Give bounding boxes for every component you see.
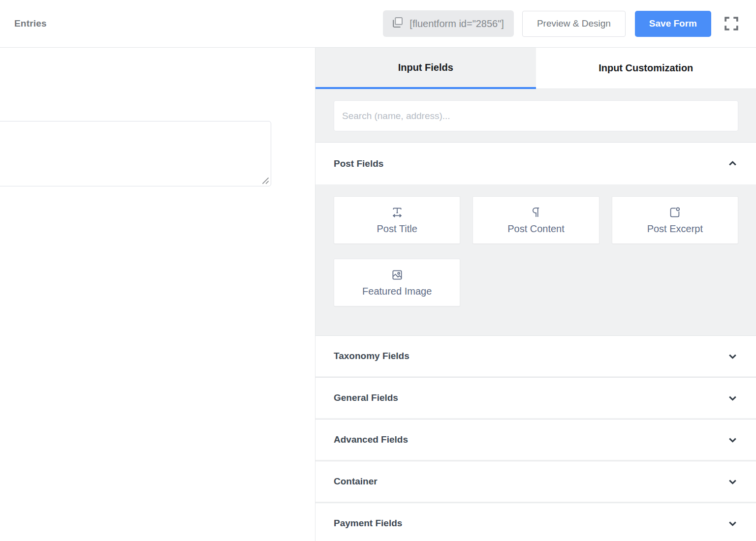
text-width-icon: [390, 206, 404, 219]
textarea-field[interactable]: [0, 121, 271, 186]
shortcode-copy-button[interactable]: [fluentform id="2856"]: [383, 10, 514, 37]
field-button-label: Featured Image: [362, 286, 432, 297]
save-form-button[interactable]: Save Form: [635, 11, 711, 37]
field-button-label: Post Excerpt: [647, 223, 703, 235]
fullscreen-icon[interactable]: [722, 14, 741, 33]
section-title: Advanced Fields: [334, 434, 408, 445]
section-header-advanced-fields[interactable]: Advanced Fields: [315, 419, 756, 460]
form-canvas: [0, 48, 315, 541]
chevron-down-icon: [727, 392, 738, 404]
field-button-post-title[interactable]: Post Title: [334, 196, 460, 244]
field-button-label: Post Title: [377, 223, 417, 235]
field-button-label: Post Content: [507, 223, 565, 235]
editor-sidebar: Input Fields Input Customization Post Fi…: [315, 48, 756, 541]
field-grid: Post Title Post Content: [334, 196, 738, 306]
chevron-down-icon: [727, 518, 738, 529]
section-header-payment-fields[interactable]: Payment Fields: [315, 503, 756, 541]
search-area: [315, 89, 756, 142]
section-header-post-fields[interactable]: Post Fields: [315, 142, 756, 184]
field-button-featured-image[interactable]: Featured Image: [334, 259, 460, 306]
section-title: Payment Fields: [334, 518, 402, 529]
field-button-post-content[interactable]: Post Content: [472, 196, 599, 244]
preview-design-button[interactable]: Preview & Design: [522, 11, 626, 37]
field-sections-accordion: Post Fields: [315, 142, 756, 541]
section-title: Container: [334, 476, 378, 487]
section-header-general-fields[interactable]: General Fields: [315, 377, 756, 418]
post-fields-body: Post Title Post Content: [315, 184, 756, 334]
editor-main: Input Fields Input Customization Post Fi…: [0, 48, 756, 541]
section-post-fields: Post Fields: [315, 142, 756, 334]
section-title: General Fields: [334, 392, 398, 403]
chevron-up-icon: [727, 158, 738, 169]
nav-item-entries[interactable]: Entries: [14, 18, 47, 29]
search-input[interactable]: [334, 100, 738, 131]
chevron-down-icon: [727, 351, 738, 362]
resize-handle-icon[interactable]: [261, 177, 270, 187]
section-title: Post Fields: [334, 158, 383, 169]
section-header-taxonomy-fields[interactable]: Taxonomy Fields: [315, 335, 756, 376]
excerpt-icon: [668, 206, 682, 219]
section-title: Taxonomy Fields: [334, 351, 410, 361]
pilcrow-icon: [529, 206, 543, 219]
chevron-down-icon: [727, 476, 738, 487]
tab-input-customization[interactable]: Input Customization: [536, 48, 756, 89]
chevron-down-icon: [727, 434, 738, 446]
field-button-post-excerpt[interactable]: Post Excerpt: [612, 196, 738, 244]
shortcode-text: [fluentform id="2856"]: [410, 18, 504, 30]
image-icon: [390, 268, 404, 282]
tab-input-fields[interactable]: Input Fields: [315, 48, 536, 89]
sidebar-tabs: Input Fields Input Customization: [315, 48, 756, 89]
section-header-container[interactable]: Container: [315, 461, 756, 502]
top-bar: Entries [fluentform id="2856"] Preview &…: [0, 0, 756, 48]
copy-icon: [391, 16, 404, 31]
